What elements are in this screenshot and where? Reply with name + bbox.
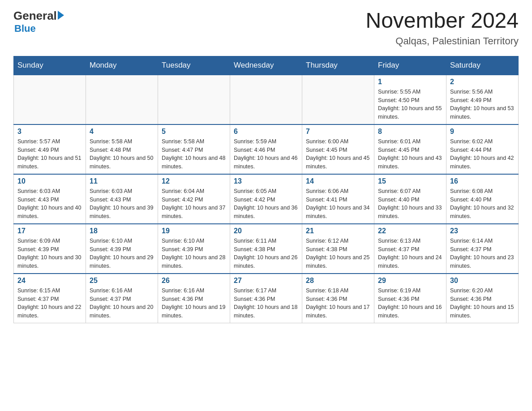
- header-tuesday: Tuesday: [158, 56, 230, 75]
- day-number: 17: [17, 227, 82, 235]
- calendar-cell: 29Sunrise: 6:19 AM Sunset: 4:36 PM Dayli…: [374, 274, 446, 323]
- calendar-cell: 1Sunrise: 5:55 AM Sunset: 4:50 PM Daylig…: [374, 75, 446, 124]
- calendar-cell: 7Sunrise: 6:00 AM Sunset: 4:45 PM Daylig…: [302, 124, 374, 174]
- logo-blue: Blue: [14, 23, 36, 34]
- calendar-cell: 10Sunrise: 6:03 AM Sunset: 4:43 PM Dayli…: [14, 174, 86, 224]
- day-info: Sunrise: 5:57 AM Sunset: 4:49 PM Dayligh…: [17, 137, 82, 171]
- day-number: 3: [17, 128, 82, 136]
- day-number: 4: [90, 128, 154, 136]
- day-info: Sunrise: 6:20 AM Sunset: 4:36 PM Dayligh…: [450, 287, 515, 320]
- calendar-cell: 9Sunrise: 6:02 AM Sunset: 4:44 PM Daylig…: [446, 124, 519, 174]
- day-info: Sunrise: 6:08 AM Sunset: 4:40 PM Dayligh…: [450, 187, 515, 221]
- day-number: 12: [162, 177, 226, 185]
- week-row-1: 1Sunrise: 5:55 AM Sunset: 4:50 PM Daylig…: [14, 75, 519, 124]
- day-info: Sunrise: 6:10 AM Sunset: 4:39 PM Dayligh…: [90, 237, 154, 270]
- calendar-cell: 20Sunrise: 6:11 AM Sunset: 4:38 PM Dayli…: [230, 224, 302, 274]
- day-number: 30: [450, 277, 515, 285]
- day-number: 10: [17, 177, 82, 185]
- calendar-body: 1Sunrise: 5:55 AM Sunset: 4:50 PM Daylig…: [14, 75, 519, 323]
- day-number: 5: [162, 128, 226, 136]
- day-number: 7: [306, 128, 370, 136]
- calendar-cell: 26Sunrise: 6:16 AM Sunset: 4:36 PM Dayli…: [158, 274, 230, 323]
- header-saturday: Saturday: [446, 56, 519, 75]
- calendar-cell: 2Sunrise: 5:56 AM Sunset: 4:49 PM Daylig…: [446, 75, 519, 124]
- calendar-cell: 23Sunrise: 6:14 AM Sunset: 4:37 PM Dayli…: [446, 224, 519, 274]
- day-info: Sunrise: 6:11 AM Sunset: 4:38 PM Dayligh…: [234, 237, 298, 270]
- day-info: Sunrise: 6:09 AM Sunset: 4:39 PM Dayligh…: [17, 237, 82, 270]
- day-number: 22: [378, 227, 442, 235]
- calendar-cell: 8Sunrise: 6:01 AM Sunset: 4:45 PM Daylig…: [374, 124, 446, 174]
- header-monday: Monday: [86, 56, 158, 75]
- day-info: Sunrise: 6:10 AM Sunset: 4:39 PM Dayligh…: [162, 237, 226, 270]
- day-info: Sunrise: 6:14 AM Sunset: 4:37 PM Dayligh…: [450, 237, 515, 270]
- week-row-3: 10Sunrise: 6:03 AM Sunset: 4:43 PM Dayli…: [14, 174, 519, 224]
- day-info: Sunrise: 5:56 AM Sunset: 4:49 PM Dayligh…: [450, 88, 515, 121]
- day-number: 28: [306, 277, 370, 285]
- day-info: Sunrise: 6:04 AM Sunset: 4:42 PM Dayligh…: [162, 187, 226, 221]
- calendar-cell: 30Sunrise: 6:20 AM Sunset: 4:36 PM Dayli…: [446, 274, 519, 323]
- day-number: 15: [378, 177, 442, 185]
- header-sunday: Sunday: [14, 56, 86, 75]
- calendar-cell: 18Sunrise: 6:10 AM Sunset: 4:39 PM Dayli…: [86, 224, 158, 274]
- calendar-cell: 25Sunrise: 6:16 AM Sunset: 4:37 PM Dayli…: [86, 274, 158, 323]
- logo-general: General: [13, 9, 57, 23]
- week-row-2: 3Sunrise: 5:57 AM Sunset: 4:49 PM Daylig…: [14, 124, 519, 174]
- header-friday: Friday: [374, 56, 446, 75]
- day-info: Sunrise: 6:00 AM Sunset: 4:45 PM Dayligh…: [306, 137, 370, 171]
- day-info: Sunrise: 6:01 AM Sunset: 4:45 PM Dayligh…: [378, 137, 442, 171]
- header-thursday: Thursday: [302, 56, 374, 75]
- days-of-week-row: SundayMondayTuesdayWednesdayThursdayFrid…: [14, 56, 519, 75]
- day-info: Sunrise: 6:19 AM Sunset: 4:36 PM Dayligh…: [378, 287, 442, 320]
- calendar-cell: 19Sunrise: 6:10 AM Sunset: 4:39 PM Dayli…: [158, 224, 230, 274]
- day-info: Sunrise: 6:05 AM Sunset: 4:42 PM Dayligh…: [234, 187, 298, 221]
- week-row-5: 24Sunrise: 6:15 AM Sunset: 4:37 PM Dayli…: [14, 274, 519, 323]
- day-number: 11: [90, 177, 154, 185]
- day-number: 25: [90, 277, 154, 285]
- calendar-cell: 3Sunrise: 5:57 AM Sunset: 4:49 PM Daylig…: [14, 124, 86, 174]
- calendar-cell: [230, 75, 302, 124]
- day-number: 1: [378, 78, 442, 86]
- day-number: 29: [378, 277, 442, 285]
- day-info: Sunrise: 5:58 AM Sunset: 4:48 PM Dayligh…: [90, 137, 154, 171]
- page-header: General Blue November 2024 Qalqas, Pales…: [13, 9, 519, 47]
- logo: General Blue: [13, 9, 64, 34]
- day-info: Sunrise: 6:15 AM Sunset: 4:37 PM Dayligh…: [17, 287, 82, 320]
- day-number: 2: [450, 78, 515, 86]
- day-number: 8: [378, 128, 442, 136]
- day-info: Sunrise: 5:55 AM Sunset: 4:50 PM Dayligh…: [378, 88, 442, 121]
- day-info: Sunrise: 6:16 AM Sunset: 4:36 PM Dayligh…: [162, 287, 226, 320]
- header-wednesday: Wednesday: [230, 56, 302, 75]
- day-number: 27: [234, 277, 298, 285]
- calendar-cell: 16Sunrise: 6:08 AM Sunset: 4:40 PM Dayli…: [446, 174, 519, 224]
- day-number: 19: [162, 227, 226, 235]
- day-number: 6: [234, 128, 298, 136]
- calendar-cell: 14Sunrise: 6:06 AM Sunset: 4:41 PM Dayli…: [302, 174, 374, 224]
- week-row-4: 17Sunrise: 6:09 AM Sunset: 4:39 PM Dayli…: [14, 224, 519, 274]
- day-info: Sunrise: 6:06 AM Sunset: 4:41 PM Dayligh…: [306, 187, 370, 221]
- calendar-cell: 5Sunrise: 5:58 AM Sunset: 4:47 PM Daylig…: [158, 124, 230, 174]
- calendar-cell: 4Sunrise: 5:58 AM Sunset: 4:48 PM Daylig…: [86, 124, 158, 174]
- calendar-table: SundayMondayTuesdayWednesdayThursdayFrid…: [13, 56, 519, 323]
- day-info: Sunrise: 6:03 AM Sunset: 4:43 PM Dayligh…: [90, 187, 154, 221]
- title-section: November 2024 Qalqas, Palestinian Territ…: [365, 9, 519, 47]
- calendar-cell: [158, 75, 230, 124]
- logo-arrow-icon: [58, 11, 64, 20]
- day-number: 14: [306, 177, 370, 185]
- day-info: Sunrise: 5:58 AM Sunset: 4:47 PM Dayligh…: [162, 137, 226, 171]
- day-info: Sunrise: 6:16 AM Sunset: 4:37 PM Dayligh…: [90, 287, 154, 320]
- day-number: 20: [234, 227, 298, 235]
- logo-text: General: [13, 9, 64, 23]
- day-info: Sunrise: 6:13 AM Sunset: 4:37 PM Dayligh…: [378, 237, 442, 270]
- calendar-cell: 12Sunrise: 6:04 AM Sunset: 4:42 PM Dayli…: [158, 174, 230, 224]
- calendar-cell: 21Sunrise: 6:12 AM Sunset: 4:38 PM Dayli…: [302, 224, 374, 274]
- calendar-cell: 27Sunrise: 6:17 AM Sunset: 4:36 PM Dayli…: [230, 274, 302, 323]
- calendar-title: November 2024: [365, 9, 519, 33]
- calendar-cell: 24Sunrise: 6:15 AM Sunset: 4:37 PM Dayli…: [14, 274, 86, 323]
- day-info: Sunrise: 5:59 AM Sunset: 4:46 PM Dayligh…: [234, 137, 298, 171]
- day-info: Sunrise: 6:18 AM Sunset: 4:36 PM Dayligh…: [306, 287, 370, 320]
- day-number: 26: [162, 277, 226, 285]
- day-number: 16: [450, 177, 515, 185]
- calendar-cell: [302, 75, 374, 124]
- day-info: Sunrise: 6:07 AM Sunset: 4:40 PM Dayligh…: [378, 187, 442, 221]
- calendar-cell: 11Sunrise: 6:03 AM Sunset: 4:43 PM Dayli…: [86, 174, 158, 224]
